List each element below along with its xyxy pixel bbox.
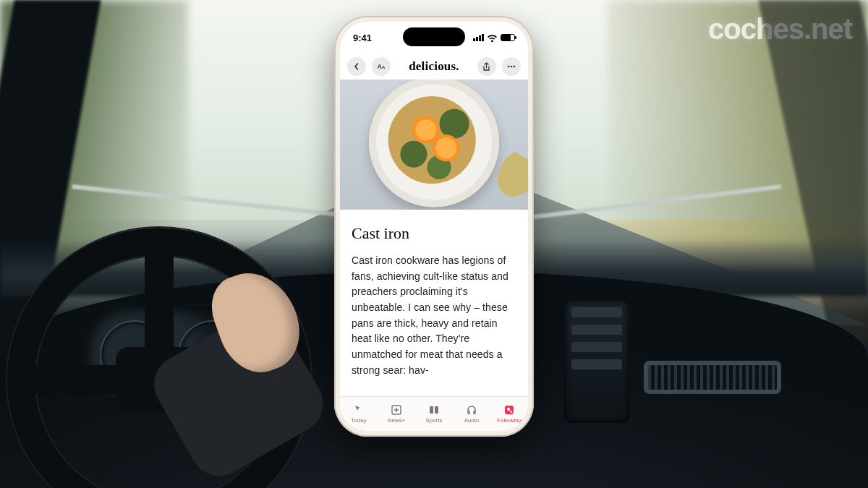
today-icon (352, 404, 365, 416)
following-icon (503, 404, 516, 416)
more-button[interactable] (502, 57, 521, 76)
status-time: 9:41 (353, 33, 372, 43)
tab-label: Today (351, 417, 366, 424)
svg-rect-4 (430, 406, 433, 414)
phone-frame: 9:41 AA delicious (334, 16, 534, 437)
article-heading: Cast iron (352, 224, 516, 243)
article-body[interactable]: Cast iron Cast iron cookware has legions… (340, 214, 528, 399)
ellipsis-icon (507, 65, 516, 68)
audio-icon (465, 404, 478, 416)
tab-label: Sports (425, 417, 442, 424)
share-button[interactable] (477, 57, 496, 76)
battery-icon (501, 34, 515, 41)
dynamic-island (403, 27, 465, 46)
article-hero-image (340, 80, 528, 210)
food-contents (383, 91, 485, 192)
news-plus-icon (390, 404, 403, 416)
tab-today[interactable]: Today (340, 397, 378, 431)
tab-label: News+ (388, 417, 406, 424)
tab-news-plus[interactable]: News+ (378, 397, 415, 431)
share-icon (482, 62, 490, 72)
tab-audio[interactable]: Audio (453, 397, 490, 431)
scene-root: coches.net 9:41 (0, 0, 868, 488)
air-vent (644, 361, 781, 394)
article-nav-bar: AA delicious (340, 53, 528, 80)
svg-point-7 (507, 408, 510, 411)
publication-title: delicious (409, 59, 459, 74)
tab-bar: Today News+ Sports (340, 396, 528, 431)
svg-rect-5 (435, 406, 438, 414)
svg-point-2 (514, 66, 516, 68)
tab-following[interactable]: Following (490, 397, 528, 431)
article-paragraph: Cast iron cookware has legions of fans, … (352, 253, 516, 379)
tab-label: Audio (464, 417, 479, 424)
chevron-left-icon (353, 63, 360, 70)
food-plate (369, 80, 499, 207)
status-indicators (473, 33, 515, 42)
cellular-icon (473, 34, 484, 41)
text-size-button[interactable]: AA (372, 57, 391, 76)
center-stack (564, 300, 629, 423)
svg-point-1 (511, 66, 513, 68)
sports-icon (427, 404, 441, 416)
svg-point-0 (508, 66, 510, 68)
text-size-icon: AA (378, 63, 386, 70)
tab-label: Following (497, 417, 522, 424)
tab-sports[interactable]: Sports (415, 397, 453, 431)
back-button[interactable] (347, 57, 366, 76)
wifi-icon (487, 33, 498, 42)
phone-screen: 9:41 AA delicious (340, 22, 528, 431)
